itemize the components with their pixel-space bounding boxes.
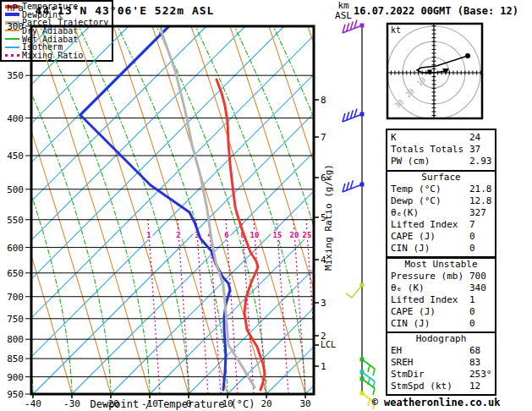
svg-text:600: 600 <box>7 243 24 254</box>
table-header: Hodograph <box>387 333 495 345</box>
svg-text:1: 1 <box>146 231 151 239</box>
svg-text:350: 350 <box>7 70 24 81</box>
svg-text:15: 15 <box>273 231 282 239</box>
table-row: θₑ (K)340 <box>387 282 495 294</box>
svg-text:6: 6 <box>224 231 228 239</box>
table-row: StmDir253° <box>387 369 495 381</box>
table-row: θₑ(K)327 <box>387 207 495 219</box>
indices-table: K24 Totals Totals37 PW (cm)2.93 <box>386 129 496 173</box>
table-row: Temp (°C)21.8 <box>387 184 495 195</box>
svg-text:1: 1 <box>321 361 326 372</box>
svg-text:450: 450 <box>7 151 24 162</box>
table-row: Totals Totals37 <box>387 144 495 156</box>
table-row: Pressure (mb)700 <box>387 271 495 282</box>
table-row: K24 <box>387 132 495 144</box>
svg-text:7: 7 <box>321 132 326 143</box>
svg-text:550: 550 <box>7 215 24 226</box>
altitude-unit-label: kmASL <box>330 1 357 21</box>
svg-text:2: 2 <box>176 231 180 239</box>
svg-text:900: 900 <box>7 372 24 383</box>
temperature-axis-title: Dewpoint / Temperature (°C) <box>31 398 314 410</box>
table-row: StmSpd (kt)12 <box>387 381 495 392</box>
lcl-marker-label: LCL <box>321 340 336 349</box>
skewt-sounding-page: 3003504004505005506006507007508008509009… <box>0 0 532 411</box>
svg-text:650: 650 <box>7 268 24 279</box>
svg-text:8: 8 <box>321 95 326 106</box>
station-title: 44°13'N 43°06'E 522m ASL <box>34 4 216 17</box>
table-header: Most Unstable <box>387 259 495 271</box>
hodograph-unit-label: kt <box>391 25 401 35</box>
table-row: Dewp (°C)12.8 <box>387 195 495 207</box>
table-row: CAPE (J)0 <box>387 231 495 243</box>
svg-text:20: 20 <box>290 231 299 239</box>
surface-table: Surface Temp (°C)21.8 Dewp (°C)12.8 θₑ(K… <box>386 170 496 258</box>
svg-text:800: 800 <box>7 334 24 345</box>
run-date-title: 16.07.2022 00GMT (Base: 12) <box>340 5 532 17</box>
table-row: SREH83 <box>387 357 495 369</box>
table-row: CIN (J)0 <box>387 243 495 255</box>
table-row: CIN (J)0 <box>387 318 495 330</box>
svg-text:300: 300 <box>7 21 24 32</box>
table-header: Surface <box>387 172 495 184</box>
svg-text:750: 750 <box>7 314 24 325</box>
svg-text:850: 850 <box>7 353 24 364</box>
table-row: EH68 <box>387 345 495 357</box>
table-row: Lifted Index7 <box>387 219 495 231</box>
mixing-ratio-axis-title: Mixing Ratio (g/kg) <box>323 164 334 271</box>
copyright-notice: © weatheronline.co.uk <box>340 397 532 408</box>
pressure-unit-label: hPa <box>7 3 24 14</box>
svg-text:3: 3 <box>321 298 326 309</box>
most-unstable-table: Most Unstable Pressure (mb)700 θₑ (K)340… <box>386 257 496 333</box>
table-row: CAPE (J)0 <box>387 306 495 318</box>
svg-text:500: 500 <box>7 184 24 195</box>
svg-text:10: 10 <box>250 231 260 239</box>
svg-text:700: 700 <box>7 292 24 303</box>
table-row: Lifted Index1 <box>387 294 495 306</box>
svg-text:400: 400 <box>7 113 24 124</box>
table-row: PW (cm)2.93 <box>387 156 495 167</box>
hodograph-stats-table: Hodograph EH68 SREH83 StmDir253° StmSpd … <box>386 332 496 396</box>
svg-text:25: 25 <box>303 231 312 239</box>
svg-text:950: 950 <box>7 389 24 400</box>
